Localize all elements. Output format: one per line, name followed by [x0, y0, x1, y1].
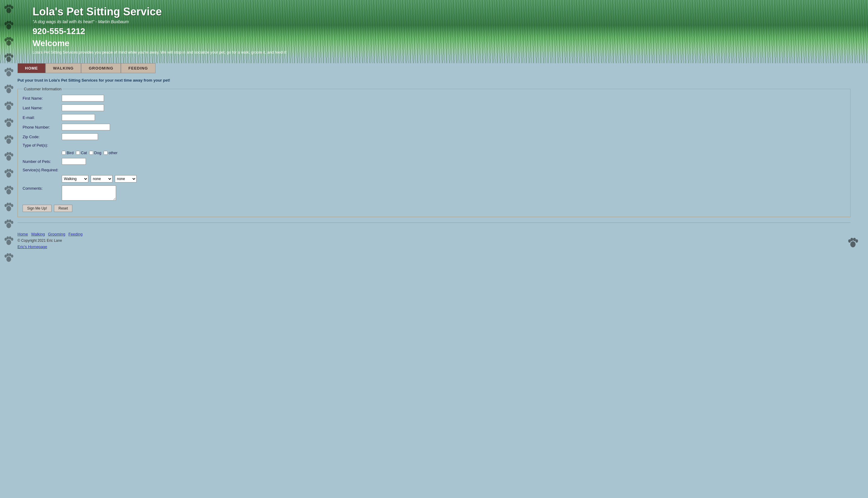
first-name-label: First Name: — [23, 96, 62, 101]
pet-type-label: Type of Pet(s): — [23, 143, 62, 147]
pet-type-row: Type of Pet(s): — [23, 143, 845, 147]
zip-input[interactable] — [62, 133, 98, 140]
header: Lola's Pet Sitting Service "A dog wags i… — [0, 0, 868, 63]
footer: © Copyright 2021 Eric Lane Eric's Homepa… — [0, 237, 868, 252]
service-select-3[interactable]: none Walking Grooming Feeding — [115, 175, 137, 182]
paw-icon-3 — [3, 36, 14, 47]
header-phone: 920-555-1212 — [33, 26, 850, 36]
paw-icon-16 — [3, 252, 14, 263]
left-paw-strip — [0, 63, 17, 263]
first-name-input[interactable] — [62, 95, 104, 102]
other-checkbox[interactable] — [104, 151, 107, 155]
paw-icon-12 — [3, 184, 14, 195]
phone-row: Phone Number: — [23, 124, 845, 130]
comments-label: Comments: — [23, 185, 62, 191]
email-row: E-mail: — [23, 114, 845, 121]
paw-icon-14 — [3, 218, 14, 229]
paw-icon-4 — [3, 52, 14, 63]
nav-home[interactable]: HOME — [17, 63, 46, 73]
cat-checkbox[interactable] — [76, 151, 80, 155]
paw-icon-1 — [3, 3, 14, 14]
services-selects: Walking Grooming Feeding none Walking Gr… — [62, 175, 137, 182]
services-selects-row: Walking Grooming Feeding none Walking Gr… — [23, 175, 845, 182]
comments-textarea[interactable] — [62, 185, 116, 200]
comments-row: Comments: — [23, 185, 845, 200]
paw-icon-7 — [3, 100, 14, 111]
paw-icon-8 — [3, 117, 14, 128]
site-title: Lola's Pet Sitting Service — [33, 5, 850, 18]
fieldset-legend: Customer Information — [23, 87, 63, 91]
paw-icon-9 — [3, 134, 14, 145]
copyright-text: © Copyright 2021 Eric Lane — [17, 238, 851, 243]
bird-checkbox-label: Bird — [62, 150, 74, 155]
services-row: Service(s) Required: — [23, 168, 845, 172]
num-pets-input[interactable] — [62, 158, 86, 165]
footer-nav-walking[interactable]: Walking — [31, 232, 45, 236]
other-checkbox-label: other — [104, 150, 117, 155]
last-name-row: Last Name: — [23, 104, 845, 111]
main-nav: HOME WALKING GROOMING FEEDING — [0, 63, 868, 73]
email-label: E-mail: — [23, 115, 62, 120]
footer-nav-home[interactable]: Home — [17, 232, 28, 236]
paw-icon-15 — [3, 235, 14, 246]
last-name-label: Last Name: — [23, 106, 62, 110]
welcome-heading: Welcome — [33, 39, 850, 48]
reset-button[interactable]: Reset — [54, 205, 72, 212]
paw-icon-2 — [3, 19, 14, 30]
header-quote: "A dog wags its tail with its heart" - M… — [33, 19, 850, 24]
dog-checkbox-label: Dog — [89, 150, 101, 155]
phone-input[interactable] — [62, 124, 110, 130]
paw-icon-10 — [3, 150, 14, 161]
footer-nav-feeding[interactable]: Feeding — [68, 232, 82, 236]
customer-fieldset: Customer Information First Name: Last Na… — [17, 87, 851, 217]
paw-icon-11 — [3, 167, 14, 178]
paw-icon-6 — [3, 83, 14, 94]
paw-icon-5 — [3, 66, 14, 77]
footer-nav: Home Walking Grooming Feeding — [0, 231, 868, 237]
cat-checkbox-label: Cat — [76, 150, 87, 155]
footer-nav-grooming[interactable]: Grooming — [48, 232, 65, 236]
zip-label: Zip Code: — [23, 134, 62, 139]
trust-text: Put your trust in Lola's Pet Sitting Ser… — [17, 78, 851, 82]
num-pets-label: Number of Pets: — [23, 159, 62, 164]
service-select-1[interactable]: Walking Grooming Feeding — [62, 175, 88, 182]
last-name-input[interactable] — [62, 104, 104, 111]
dog-checkbox[interactable] — [89, 151, 93, 155]
bird-checkbox[interactable] — [62, 151, 66, 155]
service-select-2[interactable]: none Walking Grooming Feeding — [91, 175, 112, 182]
nav-walking[interactable]: WALKING — [46, 63, 81, 73]
email-input[interactable] — [62, 114, 95, 121]
phone-label: Phone Number: — [23, 125, 62, 130]
first-name-row: First Name: — [23, 95, 845, 102]
paw-icon-13 — [3, 201, 14, 212]
nav-feeding[interactable]: FEEDING — [121, 63, 155, 73]
header-paw-strip — [0, 0, 17, 63]
pet-checkbox-group: Bird Cat Dog other — [62, 150, 845, 155]
form-buttons: Sign Me Up! Reset — [23, 205, 845, 212]
services-label: Service(s) Required: — [23, 168, 62, 172]
erics-homepage-link[interactable]: Eric's Homepage — [17, 245, 47, 249]
num-pets-row: Number of Pets: — [23, 158, 845, 165]
paw-icon-bottom-right — [847, 236, 859, 249]
header-tagline: Lola's Pet Sitting Services provides you… — [33, 50, 850, 54]
main-content: Put your trust in Lola's Pet Sitting Ser… — [0, 73, 868, 231]
customer-form: Customer Information First Name: Last Na… — [17, 87, 851, 217]
sign-me-up-button[interactable]: Sign Me Up! — [23, 205, 52, 212]
nav-grooming[interactable]: GROOMING — [81, 63, 121, 73]
zip-row: Zip Code: — [23, 133, 845, 140]
